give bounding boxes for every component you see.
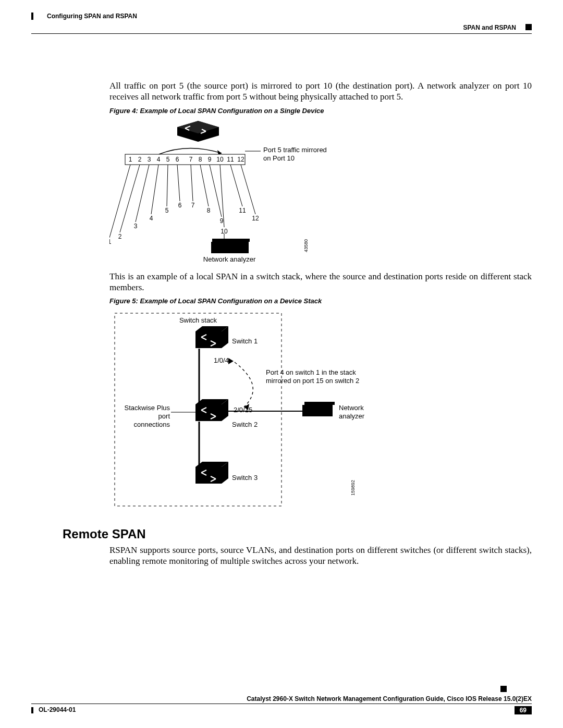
- svg-text:4: 4: [150, 215, 153, 222]
- svg-line-12: [200, 165, 209, 206]
- svg-rect-44: [195, 467, 222, 484]
- analyzer-label: Network: [339, 404, 364, 412]
- header-rule: [31, 33, 532, 34]
- port-label: 9: [208, 156, 212, 163]
- analyzer-label: analyzer: [339, 412, 365, 420]
- svg-text:6: 6: [178, 202, 182, 209]
- body-column: All traffic on port 5 (the source port) …: [109, 80, 532, 511]
- analyzer-label: Network analyzer: [203, 255, 256, 263]
- svg-rect-42: [302, 405, 333, 416]
- figure-annotation: mirrored on port 15 on switch 2: [266, 377, 359, 385]
- svg-marker-36: [228, 358, 234, 364]
- header-square-icon: [525, 24, 532, 30]
- figure-image-id: 159892: [350, 480, 356, 496]
- switch-label: Switch 2: [232, 421, 258, 428]
- svg-line-7: [136, 165, 149, 222]
- svg-rect-38: [195, 404, 222, 421]
- port-label: 7: [189, 156, 193, 163]
- switch-label: Switch 1: [232, 337, 258, 345]
- svg-line-11: [191, 165, 193, 201]
- figure-annotation: Port 4 on switch 1 in the stack: [266, 368, 356, 376]
- paragraph: RSPAN supports source ports, source VLAN…: [109, 545, 532, 567]
- paragraph: This is an example of a local SPAN in a …: [109, 271, 532, 293]
- port-label: 2/0/15: [234, 406, 252, 414]
- figure-annotation: Port 5 traffic mirrored: [263, 146, 327, 154]
- footer-square-icon: [500, 686, 507, 692]
- svg-text:12: 12: [252, 215, 259, 222]
- svg-line-13: [210, 165, 222, 217]
- svg-text:5: 5: [165, 207, 169, 214]
- port-label: 1/0/4: [214, 356, 229, 364]
- footer-doc-number: OL-29044-01: [39, 706, 76, 713]
- port-label: 4: [157, 156, 161, 163]
- footer-rule: [31, 704, 532, 704]
- svg-text:9: 9: [220, 217, 224, 225]
- svg-text:2: 2: [118, 233, 122, 240]
- svg-line-5: [109, 165, 130, 238]
- footer-guide-title: Catalyst 2960-X Switch Network Managemen…: [31, 695, 532, 702]
- svg-line-9: [167, 165, 168, 206]
- figure-annotation: port: [158, 412, 170, 420]
- svg-line-10: [177, 165, 180, 201]
- svg-rect-33: [195, 331, 222, 348]
- figure-5-diagram: Switch stack Switch 1 1/0/4 Port 4 on sw…: [109, 308, 401, 511]
- svg-rect-31: [212, 239, 250, 242]
- switch-label: Switch 3: [232, 474, 258, 482]
- svg-line-15: [230, 165, 242, 206]
- paragraph: All traffic on port 5 (the source port) …: [109, 80, 532, 103]
- header-section: SPAN and RSPAN: [463, 24, 516, 31]
- figure-annotation: on Port 10: [263, 154, 295, 162]
- breadcrumb: Configuring SPAN and RSPAN: [47, 13, 137, 20]
- port-label: 12: [237, 156, 244, 163]
- figure-annotation: Stackwise Plus: [125, 404, 170, 412]
- stack-label: Switch stack: [179, 316, 217, 324]
- figure-caption: Figure 5: Example of Local SPAN Configur…: [109, 297, 532, 305]
- svg-text:8: 8: [207, 207, 211, 214]
- figure-image-id: 43580: [303, 239, 309, 252]
- port-label: 8: [199, 156, 202, 163]
- figure-annotation: connections: [134, 421, 170, 428]
- port-label: 11: [227, 156, 234, 163]
- page-number: 69: [515, 706, 532, 714]
- footer-left-bar-icon: [31, 707, 33, 713]
- svg-text:7: 7: [191, 202, 195, 209]
- port-label: 6: [176, 156, 179, 163]
- svg-rect-43: [304, 402, 335, 405]
- port-label: 1: [129, 156, 132, 163]
- port-label: 2: [138, 156, 142, 163]
- svg-rect-30: [211, 242, 249, 253]
- port-label: 3: [148, 156, 151, 163]
- svg-text:11: 11: [239, 207, 246, 214]
- header-left-bar-icon: [31, 13, 33, 20]
- port-label: 10: [216, 156, 224, 163]
- svg-line-8: [151, 165, 158, 214]
- figure-4-diagram: 1 2 3 4 5 6 7 8 9 10 11 12 Port 5 traffi…: [109, 118, 334, 264]
- svg-text:1: 1: [109, 238, 112, 245]
- page-footer: Catalyst 2960-X Switch Network Managemen…: [31, 695, 532, 714]
- svg-text:3: 3: [134, 223, 138, 230]
- section-heading: Remote SPAN: [63, 527, 532, 541]
- port-label: 5: [166, 156, 170, 163]
- page-header: Configuring SPAN and RSPAN SPAN and RSPA…: [31, 13, 532, 33]
- figure-caption: Figure 4: Example of Local SPAN Configur…: [109, 107, 532, 115]
- page: Configuring SPAN and RSPAN SPAN and RSPA…: [0, 0, 563, 728]
